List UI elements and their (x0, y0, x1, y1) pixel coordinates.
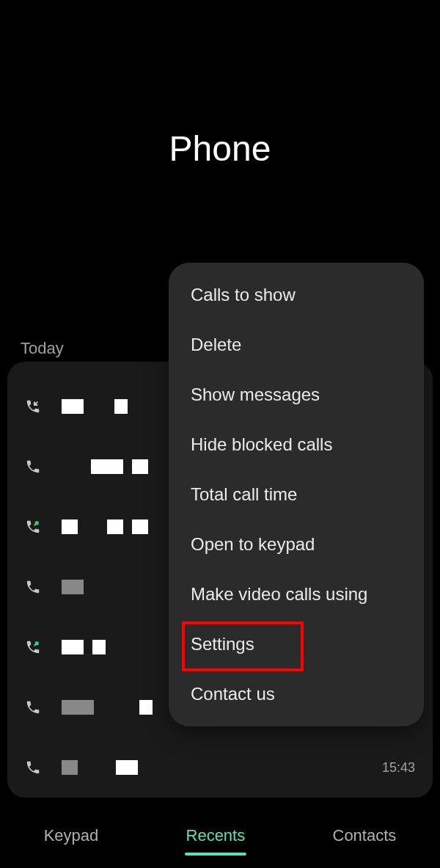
redacted-name (62, 760, 415, 775)
incoming-call-icon (25, 398, 41, 415)
overflow-menu: Calls to show Delete Show messages Hide … (169, 263, 424, 726)
page-title: Phone (0, 128, 440, 169)
menu-hide-blocked[interactable]: Hide blocked calls (169, 420, 424, 470)
nav-keypad[interactable]: Keypad (41, 820, 102, 851)
incoming-call-icon (25, 759, 41, 776)
menu-calls-to-show[interactable]: Calls to show (169, 270, 424, 320)
nav-recents[interactable]: Recents (183, 820, 249, 851)
nav-contacts[interactable]: Contacts (330, 820, 400, 851)
incoming-call-icon (25, 459, 41, 475)
outgoing-call-icon (25, 519, 41, 535)
outgoing-call-icon (25, 639, 41, 655)
section-today-label: Today (21, 339, 64, 358)
menu-delete[interactable]: Delete (169, 320, 424, 370)
incoming-call-icon (25, 699, 41, 715)
menu-contact-us[interactable]: Contact us (169, 669, 424, 719)
call-time: 15:43 (382, 760, 415, 776)
incoming-call-icon (25, 579, 41, 595)
menu-open-to-keypad[interactable]: Open to keypad (169, 519, 424, 569)
bottom-navigation: Keypad Recents Contacts (0, 803, 440, 868)
menu-settings[interactable]: Settings (169, 619, 424, 669)
call-row[interactable]: 15:43 (7, 737, 433, 798)
menu-make-video-calls[interactable]: Make video calls using (169, 569, 424, 619)
menu-show-messages[interactable]: Show messages (169, 370, 424, 420)
menu-total-call-time[interactable]: Total call time (169, 470, 424, 519)
